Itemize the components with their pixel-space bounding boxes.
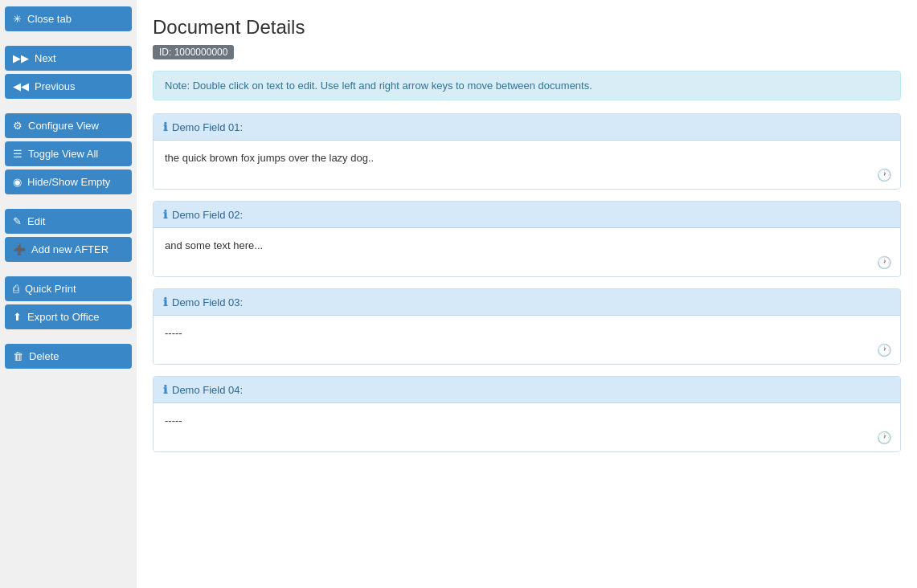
field-block-4: ℹDemo Field 04:-----🕐 — [153, 376, 901, 452]
quick-print-icon: ⎙ — [13, 283, 19, 295]
field-body-1[interactable]: the quick brown fox jumps over the lazy … — [154, 141, 900, 189]
configure-view-label: Configure View — [28, 120, 99, 132]
field-body-4[interactable]: -----🕐 — [154, 403, 900, 451]
field-header-4: ℹDemo Field 04: — [154, 377, 900, 403]
next-icon: ▶▶ — [13, 52, 29, 64]
edit-label: Edit — [27, 215, 45, 227]
sidebar-btn-configure-view[interactable]: ⚙Configure View — [5, 113, 132, 138]
field-label-1: Demo Field 01: — [172, 121, 243, 133]
field-header-2: ℹDemo Field 02: — [154, 202, 900, 228]
field-block-2: ℹDemo Field 02:and some text here...🕐 — [153, 201, 901, 277]
previous-label: Previous — [35, 80, 76, 92]
previous-icon: ◀◀ — [13, 80, 29, 92]
info-icon-4: ℹ — [163, 383, 167, 396]
next-label: Next — [35, 52, 56, 64]
clock-icon-4: 🕐 — [877, 431, 892, 445]
sidebar-btn-next[interactable]: ▶▶Next — [5, 46, 132, 71]
delete-icon: 🗑 — [13, 350, 23, 362]
field-value-4: ----- — [165, 413, 889, 429]
sidebar-btn-delete[interactable]: 🗑Delete — [5, 344, 132, 369]
sidebar-btn-previous[interactable]: ◀◀Previous — [5, 74, 132, 99]
sidebar-btn-toggle-view-all[interactable]: ☰Toggle View All — [5, 141, 132, 166]
fields-container: ℹDemo Field 01:the quick brown fox jumps… — [153, 113, 901, 452]
field-header-3: ℹDemo Field 03: — [154, 289, 900, 316]
toggle-view-all-icon: ☰ — [13, 148, 23, 160]
sidebar: ✳Close tab▶▶Next◀◀Previous⚙Configure Vie… — [0, 0, 137, 588]
edit-icon: ✎ — [13, 215, 22, 227]
export-to-office-label: Export to Office — [27, 311, 99, 323]
delete-label: Delete — [29, 350, 59, 362]
field-value-2: and some text here... — [165, 238, 889, 254]
toggle-view-all-label: Toggle View All — [28, 148, 98, 160]
note-bar: Note: Double click on text to edit. Use … — [153, 71, 901, 100]
field-body-2[interactable]: and some text here...🕐 — [154, 228, 900, 276]
field-value-3: ----- — [165, 325, 889, 341]
clock-icon-2: 🕐 — [877, 255, 892, 270]
sidebar-btn-hide-show-empty[interactable]: ◉Hide/Show Empty — [5, 169, 132, 194]
sidebar-btn-quick-print[interactable]: ⎙Quick Print — [5, 276, 132, 301]
field-block-1: ℹDemo Field 01:the quick brown fox jumps… — [153, 113, 901, 190]
info-icon-1: ℹ — [163, 120, 167, 133]
hide-show-empty-label: Hide/Show Empty — [27, 176, 110, 188]
export-to-office-icon: ⬆ — [13, 311, 22, 323]
configure-view-icon: ⚙ — [13, 120, 23, 132]
hide-show-empty-icon: ◉ — [13, 176, 22, 188]
clock-icon-1: 🕐 — [877, 168, 892, 182]
clock-icon-3: 🕐 — [877, 343, 892, 357]
sidebar-btn-edit[interactable]: ✎Edit — [5, 209, 132, 234]
field-block-3: ℹDemo Field 03:-----🕐 — [153, 288, 901, 365]
add-new-after-label: Add new AFTER — [31, 243, 108, 255]
quick-print-label: Quick Print — [25, 283, 76, 295]
field-header-1: ℹDemo Field 01: — [154, 114, 900, 141]
field-label-4: Demo Field 04: — [172, 384, 243, 396]
field-value-1: the quick brown fox jumps over the lazy … — [165, 150, 889, 166]
field-label-2: Demo Field 02: — [172, 209, 243, 221]
field-label-3: Demo Field 03: — [172, 296, 243, 308]
add-new-after-icon: ➕ — [13, 243, 26, 255]
close-tab-icon: ✳ — [13, 13, 22, 25]
sidebar-btn-export-to-office[interactable]: ⬆Export to Office — [5, 304, 132, 329]
field-body-3[interactable]: -----🕐 — [154, 316, 900, 364]
sidebar-btn-close-tab[interactable]: ✳Close tab — [5, 6, 132, 31]
info-icon-2: ℹ — [163, 208, 167, 221]
page-title: Document Details — [153, 16, 901, 39]
close-tab-label: Close tab — [27, 13, 72, 25]
doc-id-badge: ID: 1000000000 — [153, 45, 234, 59]
sidebar-btn-add-new-after[interactable]: ➕Add new AFTER — [5, 237, 132, 262]
info-icon-3: ℹ — [163, 296, 167, 308]
main-content: Document Details ID: 1000000000 Note: Do… — [137, 0, 917, 588]
